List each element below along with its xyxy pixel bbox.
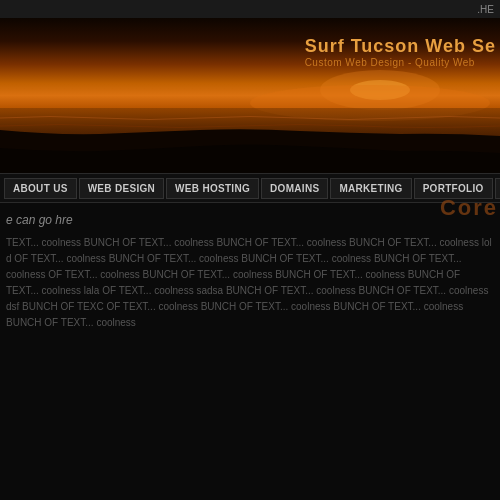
nav-domains[interactable]: DOMAINS xyxy=(261,178,328,199)
top-bar-text: .HE xyxy=(477,4,494,15)
header-text-area: Surf Tucson Web Se Custom Web Design - Q… xyxy=(305,36,500,68)
header-title: Surf Tucson Web Se xyxy=(305,36,496,57)
page-wrapper: .HE xyxy=(0,0,500,500)
content-body: TEXT... coolness BUNCH OF TEXT... coolne… xyxy=(6,235,494,331)
nav-web-design[interactable]: WEB DESIGN xyxy=(79,178,164,199)
nav-bar: ABOUT US WEB DESIGN WEB HOSTING DOMAINS … xyxy=(0,173,500,203)
content-heading: e can go hre xyxy=(6,213,494,227)
main-content: e can go hre TEXT... coolness BUNCH OF T… xyxy=(0,203,500,500)
nav-marketing[interactable]: MARKETING xyxy=(330,178,411,199)
hero-section: Surf Tucson Web Se Custom Web Design - Q… xyxy=(0,18,500,173)
header-subtitle: Custom Web Design - Quality Web xyxy=(305,57,496,68)
nav-about-us[interactable]: ABOUT US xyxy=(4,178,77,199)
nav-web-hosting[interactable]: WEB HOSTING xyxy=(166,178,259,199)
top-bar: .HE xyxy=(0,0,500,18)
core-label: Core xyxy=(440,195,498,221)
